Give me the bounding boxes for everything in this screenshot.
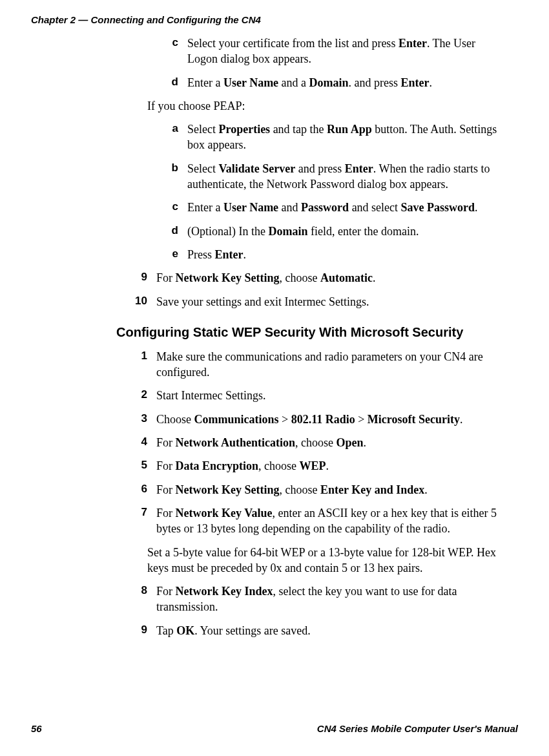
step: 7For Network Key Value, enter an ASCII k… [116, 505, 504, 537]
step-body: Choose Communications > 802.11 Radio > M… [156, 412, 504, 427]
content-area: cSelect your certificate from the list a… [116, 36, 504, 638]
sub-step: aSelect Properties and tap the Run App b… [147, 121, 504, 153]
step-marker: 9 [116, 623, 156, 638]
step-body: For Network Key Value, enter an ASCII ke… [156, 505, 504, 537]
step-body: For Network Key Index, select the key yo… [156, 583, 504, 615]
sub-step: dEnter a User Name and a Domain. and pre… [147, 75, 504, 90]
step-body: For Network Key Setting, choose Enter Ke… [156, 482, 504, 498]
page-number: 56 [31, 723, 42, 734]
step-body: Start Intermec Settings. [156, 388, 504, 403]
step-body: For Data Encryption, choose WEP. [156, 458, 504, 474]
section-heading: Configuring Static WEP Security With Mic… [116, 324, 504, 341]
step-marker: e [147, 247, 187, 262]
step-marker: 10 [116, 294, 156, 309]
running-header: Chapter 2 — Connecting and Configuring t… [31, 14, 261, 25]
step-body: For Network Key Setting, choose Automati… [156, 270, 504, 286]
step: 4For Network Authentication, choose Open… [116, 435, 504, 450]
sub-step: d(Optional) In the Domain field, enter t… [147, 224, 504, 239]
step: 10Save your settings and exit Intermec S… [116, 294, 504, 310]
step-body: Select Validate Server and press Enter. … [187, 161, 504, 193]
step-body: Enter a User Name and a Domain. and pres… [187, 75, 504, 90]
step-body: Save your settings and exit Intermec Set… [156, 294, 504, 310]
step-marker: 8 [116, 583, 156, 598]
step: 8For Network Key Index, select the key y… [116, 583, 504, 615]
step-body: Press Enter. [187, 247, 504, 262]
step-body: Select Properties and tap the Run App bu… [187, 121, 504, 153]
step-marker: 5 [116, 458, 156, 473]
step-marker: 1 [116, 349, 156, 364]
sub-step: cSelect your certificate from the list a… [147, 36, 504, 67]
step-marker: 6 [116, 482, 156, 497]
page-footer: 56 CN4 Series Mobile Computer User's Man… [31, 723, 518, 734]
step: 2Start Intermec Settings. [116, 388, 504, 403]
step-marker: 2 [116, 388, 156, 403]
step-body: Select your certificate from the list an… [187, 36, 504, 67]
sub-step: cEnter a User Name and Password and sele… [147, 200, 504, 215]
step: 1Make sure the communications and radio … [116, 349, 504, 381]
step: 6For Network Key Setting, choose Enter K… [116, 482, 504, 498]
sub-step: bSelect Validate Server and press Enter.… [147, 161, 504, 193]
body-continuation: Set a 5-byte value for 64-bit WEP or a 1… [147, 545, 504, 576]
step: 3Choose Communications > 802.11 Radio > … [116, 412, 504, 427]
step: 9Tap OK. Your settings are saved. [116, 623, 504, 638]
step-marker: 9 [116, 270, 156, 285]
step-marker: 7 [116, 505, 156, 520]
step-marker: b [147, 161, 187, 176]
step-marker: a [147, 121, 187, 136]
step-body: Tap OK. Your settings are saved. [156, 623, 504, 638]
sub-step: ePress Enter. [147, 247, 504, 262]
step-marker: 4 [116, 435, 156, 450]
page: Chapter 2 — Connecting and Configuring t… [0, 0, 549, 756]
step: 9For Network Key Setting, choose Automat… [116, 270, 504, 286]
step-body: (Optional) In the Domain field, enter th… [187, 224, 504, 239]
step: 5For Data Encryption, choose WEP. [116, 458, 504, 474]
step-body: For Network Authentication, choose Open. [156, 435, 504, 450]
step-body: Make sure the communications and radio p… [156, 349, 504, 381]
step-marker: c [147, 36, 187, 50]
step-marker: 3 [116, 412, 156, 426]
step-body: Enter a User Name and Password and selec… [187, 200, 504, 215]
step-marker: d [147, 224, 187, 238]
footer-title: CN4 Series Mobile Computer User's Manual [317, 723, 518, 734]
step-marker: d [147, 75, 187, 90]
body-text: If you choose PEAP: [147, 98, 504, 114]
step-marker: c [147, 200, 187, 215]
